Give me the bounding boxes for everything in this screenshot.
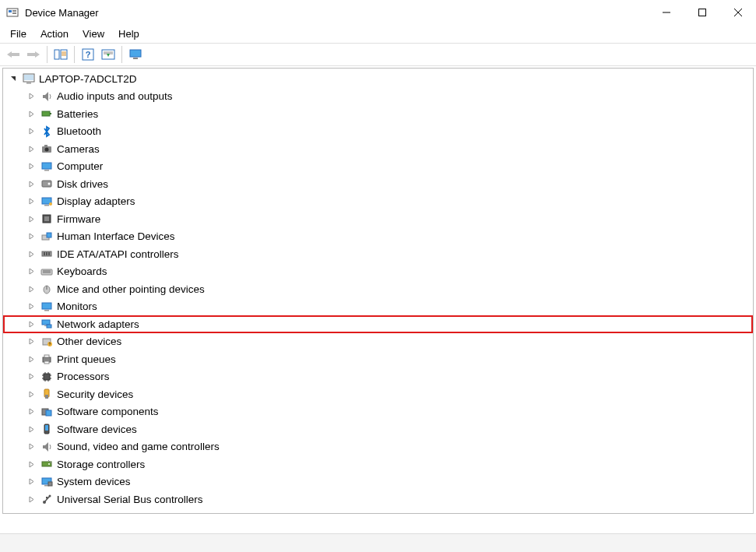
tree-item[interactable]: Sound, video and game controllers <box>3 438 753 456</box>
expander-collapsed-icon[interactable] <box>26 406 37 417</box>
expander-collapsed-icon[interactable] <box>26 265 37 277</box>
expander-collapsed-icon[interactable] <box>26 125 37 137</box>
device-category-icon <box>40 301 53 313</box>
app-icon <box>6 6 19 19</box>
tree-item[interactable]: Print queues <box>3 350 753 368</box>
device-category-icon <box>40 230 53 243</box>
expander-collapsed-icon[interactable] <box>26 108 37 120</box>
menu-help[interactable]: Help <box>111 26 146 41</box>
expander-collapsed-icon[interactable] <box>26 160 37 172</box>
tree-item[interactable]: Software components <box>3 403 753 421</box>
expander-collapsed-icon[interactable] <box>26 389 37 400</box>
tree-item[interactable]: Firmware <box>3 210 753 228</box>
tree-item[interactable]: System devices <box>3 473 753 491</box>
tree-item[interactable]: Mice and other pointing devices <box>3 280 753 298</box>
svg-rect-23 <box>26 83 31 84</box>
tree-item[interactable]: Security devices <box>3 385 753 403</box>
tree-item[interactable]: IDE ATA/ATAPI controllers <box>3 245 753 263</box>
tree-item[interactable]: Batteries <box>3 105 753 123</box>
device-category-icon <box>40 248 53 260</box>
menu-view[interactable]: View <box>76 26 111 41</box>
expander-collapsed-icon[interactable] <box>26 476 37 487</box>
tree-item[interactable]: Human Interface Devices <box>3 228 753 246</box>
tree-item[interactable]: Monitors <box>3 298 753 316</box>
expander-collapsed-icon[interactable] <box>26 441 37 452</box>
device-category-icon <box>40 213 53 225</box>
svg-rect-1 <box>9 10 12 12</box>
svg-rect-3 <box>12 12 16 14</box>
display-monitor-button[interactable] <box>125 44 146 65</box>
tree-item-label: Display adapters <box>57 195 135 207</box>
back-button <box>3 44 23 65</box>
expander-collapsed-icon[interactable] <box>26 143 37 155</box>
tree-item-label: Network adapters <box>57 318 139 330</box>
expander-collapsed-icon[interactable] <box>26 494 37 505</box>
svg-text:?: ? <box>86 50 91 59</box>
device-category-icon <box>40 160 53 173</box>
expander-collapsed-icon[interactable] <box>26 318 37 330</box>
tree-item[interactable]: Software devices <box>3 420 753 438</box>
expander-collapsed-icon[interactable] <box>26 424 37 435</box>
help-button[interactable]: ? <box>78 44 98 65</box>
expander-collapsed-icon[interactable] <box>26 371 37 382</box>
expander-collapsed-icon[interactable] <box>26 336 37 347</box>
tree-item[interactable]: Universal Serial Bus controllers <box>3 490 753 508</box>
expander-collapsed-icon[interactable] <box>26 213 37 225</box>
minimize-button[interactable] <box>649 0 684 25</box>
device-category-icon <box>40 90 53 103</box>
tree-item-label: Audio inputs and outputs <box>57 90 173 102</box>
device-category-icon <box>40 476 53 488</box>
device-tree[interactable]: LAPTOP-7ADCLT2D Audio inputs and outputs… <box>2 68 754 514</box>
toolbar-separator <box>47 46 47 63</box>
menu-file[interactable]: File <box>3 26 33 41</box>
expander-collapsed-icon[interactable] <box>26 90 37 102</box>
expander-collapsed-icon[interactable] <box>26 353 37 365</box>
svg-rect-39 <box>47 233 51 237</box>
svg-rect-20 <box>133 58 138 59</box>
window-title: Device Manager <box>25 7 649 19</box>
tree-item[interactable]: Display adapters <box>3 193 753 211</box>
tree-item[interactable]: Computer <box>3 158 753 176</box>
tree-item[interactable]: Processors <box>3 368 753 386</box>
tree-item-label: Mice and other pointing devices <box>57 283 205 295</box>
expander-expanded-icon[interactable] <box>8 73 19 85</box>
tree-item[interactable]: Audio inputs and outputs <box>3 88 753 106</box>
expander-collapsed-icon[interactable] <box>26 230 37 242</box>
expander-collapsed-icon[interactable] <box>26 248 37 260</box>
tree-item-label: Disk drives <box>57 178 108 190</box>
menu-action[interactable]: Action <box>33 26 76 41</box>
expander-collapsed-icon[interactable] <box>26 178 37 190</box>
tree-item[interactable]: Disk drives <box>3 175 753 193</box>
device-category-icon <box>40 178 53 190</box>
status-bar <box>0 533 756 552</box>
device-category-icon: ? <box>40 336 53 348</box>
scan-hardware-button[interactable] <box>98 44 118 65</box>
tree-item-label: Cameras <box>57 143 100 155</box>
svg-rect-59 <box>44 361 49 364</box>
tree-item[interactable]: Bluetooth <box>3 123 753 141</box>
tree-item-label: Firmware <box>57 213 100 225</box>
tree-item[interactable]: Keyboards <box>3 263 753 281</box>
svg-point-76 <box>48 463 50 465</box>
tree-item[interactable]: ?Other devices <box>3 333 753 351</box>
svg-rect-53 <box>47 325 51 328</box>
close-button[interactable] <box>720 0 756 25</box>
svg-point-35 <box>49 202 52 206</box>
svg-rect-80 <box>48 482 52 486</box>
maximize-button[interactable] <box>684 0 720 25</box>
tree-root[interactable]: LAPTOP-7ADCLT2D <box>3 70 753 88</box>
svg-rect-60 <box>44 374 50 380</box>
tree-item[interactable]: Network adapters <box>3 315 753 333</box>
tree-item[interactable]: Storage controllers <box>3 455 753 473</box>
expander-collapsed-icon[interactable] <box>26 283 37 295</box>
svg-rect-72 <box>46 410 51 416</box>
expander-collapsed-icon[interactable] <box>26 459 37 470</box>
tree-item-label: Human Interface Devices <box>57 230 175 242</box>
svg-rect-29 <box>42 163 51 169</box>
expander-collapsed-icon[interactable] <box>26 195 37 207</box>
tree-item-label: Monitors <box>57 301 97 312</box>
show-hide-console-button[interactable] <box>51 44 71 65</box>
tree-item[interactable]: Cameras <box>3 140 753 158</box>
device-category-icon <box>40 406 53 418</box>
expander-collapsed-icon[interactable] <box>26 301 37 312</box>
